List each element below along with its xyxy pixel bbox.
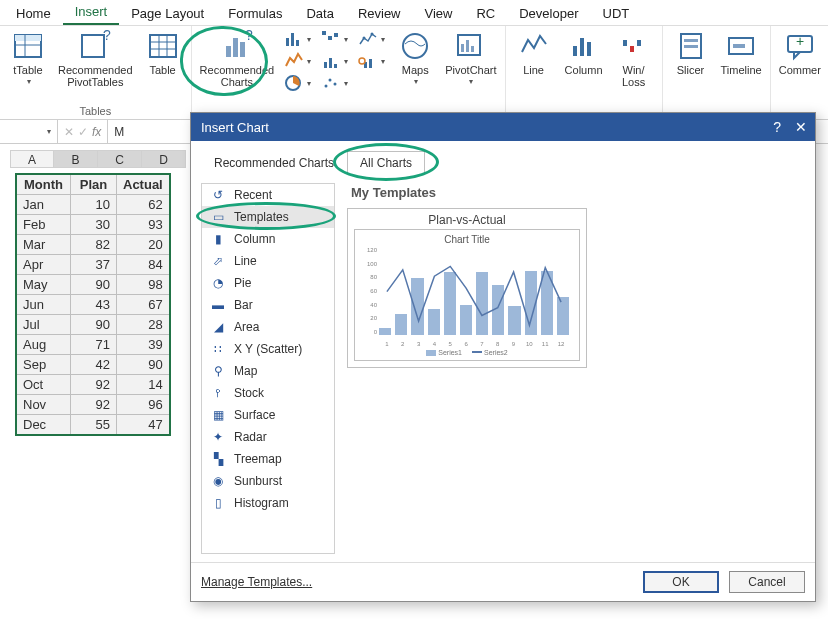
chart-category-treemap[interactable]: ▚Treemap — [202, 448, 334, 470]
chart-category-pie[interactable]: ◔Pie — [202, 272, 334, 294]
column-header[interactable]: C — [98, 150, 142, 168]
chart-category-area[interactable]: ◢Area — [202, 316, 334, 338]
table-cell[interactable]: 82 — [71, 235, 117, 255]
table-header[interactable]: Actual — [117, 175, 170, 195]
chart-category-sunburst[interactable]: ◉Sunburst — [202, 470, 334, 492]
ribbon-tab-developer[interactable]: Developer — [507, 2, 590, 25]
chart-category-histogram[interactable]: ▯Histogram — [202, 492, 334, 514]
line-chart-dropdown[interactable]: ▾ — [321, 30, 348, 48]
ribbon-tab-rc[interactable]: RC — [464, 2, 507, 25]
column-header[interactable]: A — [10, 150, 54, 168]
table-cell[interactable]: 37 — [71, 255, 117, 275]
table-cell[interactable]: 92 — [71, 395, 117, 415]
column-header[interactable]: D — [142, 150, 186, 168]
table-cell[interactable]: 96 — [117, 395, 170, 415]
chart-category-map[interactable]: ⚲Map — [202, 360, 334, 382]
scatter-chart-dropdown[interactable]: ▾ — [321, 74, 348, 92]
table-cell[interactable]: 93 — [117, 215, 170, 235]
table-cell[interactable]: 39 — [117, 335, 170, 355]
accept-formula-icon[interactable]: ✓ — [78, 125, 88, 139]
chart-category-stock[interactable]: ⫯Stock — [202, 382, 334, 404]
table-row[interactable]: Mar8220 — [17, 235, 170, 255]
sparkline-winloss-button[interactable]: Win/ Loss — [614, 30, 654, 88]
pivotchart-button[interactable]: PivotChart ▾ — [445, 30, 496, 87]
cancel-button[interactable]: Cancel — [729, 571, 805, 593]
combo-chart-dropdown[interactable]: ▾ — [358, 52, 385, 70]
ribbon-tab-udt[interactable]: UDT — [591, 2, 642, 25]
table-cell[interactable]: Apr — [17, 255, 71, 275]
table-cell[interactable]: 90 — [117, 355, 170, 375]
timeline-button[interactable]: Timeline — [721, 30, 762, 76]
table-row[interactable]: Jul9028 — [17, 315, 170, 335]
table-row[interactable]: Apr3784 — [17, 255, 170, 275]
pie-chart-dropdown[interactable]: ▾ — [284, 74, 311, 92]
table-cell[interactable]: 84 — [117, 255, 170, 275]
table-cell[interactable]: Dec — [17, 415, 71, 435]
table-cell[interactable]: 14 — [117, 375, 170, 395]
data-table[interactable]: MonthPlanActualJan1062Feb3093Mar8220Apr3… — [16, 174, 170, 435]
table-cell[interactable]: Nov — [17, 395, 71, 415]
table-cell[interactable]: May — [17, 275, 71, 295]
close-icon[interactable]: ✕ — [795, 119, 807, 135]
table-row[interactable]: Oct9214 — [17, 375, 170, 395]
stock-chart-dropdown[interactable]: ▾ — [358, 30, 385, 48]
chart-category-bar[interactable]: ▬Bar — [202, 294, 334, 316]
table-row[interactable]: Jun4367 — [17, 295, 170, 315]
ribbon-tab-page-layout[interactable]: Page Layout — [119, 2, 216, 25]
table-cell[interactable]: 98 — [117, 275, 170, 295]
chart-category-x-y-scatter-[interactable]: ∷X Y (Scatter) — [202, 338, 334, 360]
ribbon-tab-home[interactable]: Home — [4, 2, 63, 25]
sparkline-line-button[interactable]: Line — [514, 30, 554, 76]
chart-category-radar[interactable]: ✦Radar — [202, 426, 334, 448]
cancel-formula-icon[interactable]: ✕ — [64, 125, 74, 139]
table-row[interactable]: Aug7139 — [17, 335, 170, 355]
chart-category-templates[interactable]: ▭Templates — [202, 206, 334, 228]
table-row[interactable]: Nov9296 — [17, 395, 170, 415]
table-cell[interactable]: 10 — [71, 195, 117, 215]
table-cell[interactable]: Jan — [17, 195, 71, 215]
table-cell[interactable]: Sep — [17, 355, 71, 375]
help-icon[interactable]: ? — [773, 119, 781, 135]
table-cell[interactable]: Jul — [17, 315, 71, 335]
table-cell[interactable]: Feb — [17, 215, 71, 235]
sparkline-column-button[interactable]: Column — [564, 30, 604, 76]
bar-chart-dropdown[interactable]: ▾ — [321, 52, 348, 70]
table-row[interactable]: May9098 — [17, 275, 170, 295]
table-row[interactable]: Jan1062 — [17, 195, 170, 215]
dialog-titlebar[interactable]: Insert Chart ? ✕ — [191, 113, 815, 141]
table-cell[interactable]: 90 — [71, 315, 117, 335]
ribbon-tab-insert[interactable]: Insert — [63, 0, 120, 25]
table-row[interactable]: Feb3093 — [17, 215, 170, 235]
table-cell[interactable]: 92 — [71, 375, 117, 395]
chart-category-line[interactable]: ⬀Line — [202, 250, 334, 272]
table-cell[interactable]: 55 — [71, 415, 117, 435]
pivottable-button[interactable]: tTable ▾ — [8, 30, 48, 87]
table-cell[interactable]: 20 — [117, 235, 170, 255]
table-row[interactable]: Sep4290 — [17, 355, 170, 375]
table-cell[interactable]: 90 — [71, 275, 117, 295]
column-chart-dropdown[interactable]: ▾ — [284, 30, 311, 48]
ribbon-tab-data[interactable]: Data — [294, 2, 345, 25]
manage-templates-link[interactable]: Manage Templates... — [201, 575, 312, 589]
table-cell[interactable]: 43 — [71, 295, 117, 315]
column-header[interactable]: B — [54, 150, 98, 168]
tab-all-charts[interactable]: All Charts — [347, 151, 425, 175]
table-button[interactable]: Table — [143, 30, 183, 76]
table-cell[interactable]: 67 — [117, 295, 170, 315]
slicer-button[interactable]: Slicer — [671, 30, 711, 76]
chart-category-recent[interactable]: ↺Recent — [202, 184, 334, 206]
chart-category-column[interactable]: ▮Column — [202, 228, 334, 250]
table-cell[interactable]: 42 — [71, 355, 117, 375]
table-cell[interactable]: 47 — [117, 415, 170, 435]
fx-icon[interactable]: fx — [92, 125, 101, 139]
maps-button[interactable]: Maps ▾ — [395, 30, 435, 87]
table-cell[interactable]: Jun — [17, 295, 71, 315]
table-cell[interactable]: Mar — [17, 235, 71, 255]
template-thumbnail[interactable]: Plan-vs-Actual Chart Title 1201008060402… — [347, 208, 587, 368]
ok-button[interactable]: OK — [643, 571, 719, 593]
hierarchy-chart-dropdown[interactable]: ▾ — [284, 52, 311, 70]
table-cell[interactable]: Aug — [17, 335, 71, 355]
table-cell[interactable]: 30 — [71, 215, 117, 235]
comment-button[interactable]: +Commer — [779, 30, 821, 76]
ribbon-tab-formulas[interactable]: Formulas — [216, 2, 294, 25]
